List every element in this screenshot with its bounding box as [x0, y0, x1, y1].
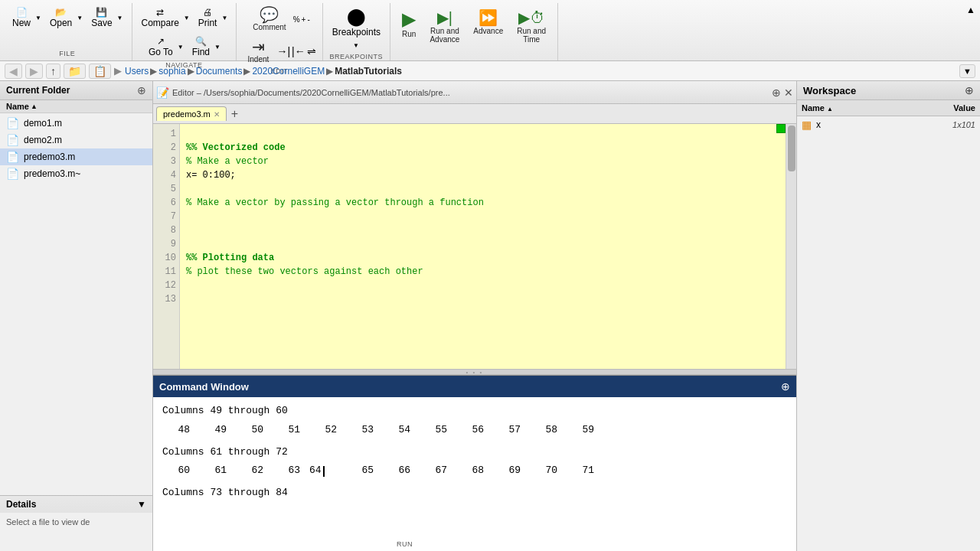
advance-button[interactable]: ⏩ Advance	[468, 5, 508, 39]
command-window-title: Command Window	[159, 381, 249, 393]
toolbar-indent-row: ⇥ Indent →| |← ⇌	[243, 37, 315, 66]
save-dropdown-arrow[interactable]: ▼	[116, 12, 126, 24]
print-dropdown-arrow[interactable]: ▼	[220, 12, 230, 24]
editor-scrollbar[interactable]	[786, 124, 796, 369]
goto-dropdown-arrow[interactable]: ▼	[176, 41, 186, 53]
indent-increase-icon[interactable]: →|	[276, 45, 290, 57]
print-button[interactable]: 🖨 Print	[195, 5, 220, 31]
breadcrumb-documents[interactable]: Documents	[196, 66, 243, 77]
cmd-label-2: Columns 61 through 72	[162, 445, 787, 461]
m-file-icon: 📄	[6, 134, 19, 146]
scrollbar-thumb[interactable]	[788, 126, 795, 171]
breakpoints-button[interactable]: ⬤ Breakpoints	[329, 5, 384, 40]
file-demo2[interactable]: 📄 demo2.m	[0, 132, 152, 148]
run-advance-button[interactable]: ▶| Run and Advance	[424, 5, 465, 47]
workspace-header: Workspace ⊕	[797, 81, 980, 100]
file-predemo3[interactable]: 📄 predemo3.m	[0, 148, 152, 165]
resize-handle[interactable]: • • •	[153, 369, 796, 375]
up-button[interactable]: ↑	[46, 64, 60, 79]
toolbar-collapse-btn[interactable]: ▲	[965, 3, 977, 60]
toolbar-file-buttons: 📄 New ▼ 📂 Open ▼ 💾 Save ▼	[9, 5, 126, 31]
code-line-9: %% Plotting data	[186, 253, 274, 263]
line-numbers: 1 2 3 4 5 6 7 8 9 10 11 12 13	[153, 124, 180, 369]
advance-icon: ⏩	[479, 8, 498, 27]
run-time-button[interactable]: ▶⏱ Run and Time	[511, 5, 551, 47]
left-panel: Current Folder ⊕ Name ▲ 📄 demo1.m 📄 demo…	[0, 81, 153, 551]
code-line-3: x= 0:100;	[186, 170, 236, 181]
editor-file-icon: 📝	[156, 86, 169, 99]
workspace-variable-x[interactable]: ▦ x 1x101	[797, 116, 980, 133]
breadcrumb-sophia[interactable]: sophia	[158, 66, 185, 77]
breadcrumb-2020cornellgem[interactable]: 2020CornelliGEM	[252, 66, 325, 77]
indent-icon: ⇥	[252, 39, 265, 54]
compare-button-group[interactable]: ⇄ Compare ▼	[139, 5, 192, 31]
editor-content[interactable]: 1 2 3 4 5 6 7 8 9 10 11 12 13 %% Vectori…	[153, 124, 796, 369]
find-button[interactable]: 🔍 Find	[189, 34, 213, 60]
back-button[interactable]: ◀	[5, 64, 22, 79]
toolbar-edit-buttons: 💬 Comment % + -	[249, 5, 309, 34]
browse-folder-button[interactable]: 📁	[64, 64, 86, 79]
code-editor[interactable]: %% Vectorized code % Make a vector x= 0:…	[180, 124, 796, 369]
print-button-group[interactable]: 🖨 Print ▼	[195, 5, 230, 31]
goto-button[interactable]: ↗ Go To	[145, 34, 176, 60]
new-dropdown-arrow[interactable]: ▼	[34, 12, 44, 24]
editor-close-button[interactable]: ✕	[784, 86, 793, 99]
details-collapse-icon: ▼	[137, 499, 146, 510]
indent-smart-icon[interactable]: ⇌	[307, 45, 316, 57]
folder-action-button[interactable]: ⊕	[137, 84, 146, 96]
file-predemo3-backup[interactable]: 📄 predemo3.m~	[0, 165, 152, 182]
toolbar-navigate-group: ⇄ Compare ▼ 🖨 Print ▼ ↗ Go To ▼	[132, 3, 237, 60]
cmd-label-1: Columns 49 through 60	[162, 403, 787, 419]
open-button[interactable]: 📂 Open	[47, 5, 75, 31]
breakpoints-dropdown-arrow[interactable]: ▼	[351, 40, 361, 51]
workspace-title: Workspace	[803, 85, 856, 96]
save-button-group[interactable]: 💾 Save ▼	[88, 5, 125, 31]
workspace-col-name[interactable]: Name ▲	[797, 102, 838, 114]
open-dropdown-arrow[interactable]: ▼	[75, 12, 85, 24]
details-section: Details ▼ Select a file to view de	[0, 495, 152, 551]
details-header[interactable]: Details ▼	[0, 496, 152, 513]
advance-section: ⏩ Advance	[468, 5, 508, 39]
indent-button[interactable]: ⇥ Indent	[243, 37, 273, 66]
forward-button[interactable]: ▶	[25, 64, 43, 79]
path-separator-icon: ▶	[114, 65, 122, 77]
editor-tab-close-predemo3[interactable]: ✕	[214, 110, 220, 119]
print-icon: 🖨	[203, 7, 212, 18]
run-time-icon: ▶⏱	[518, 8, 545, 27]
command-window-content[interactable]: Columns 49 through 60 48 49 50 51 52 53 …	[153, 397, 796, 551]
workspace-col-value[interactable]: Value	[949, 102, 980, 114]
goto-button-group[interactable]: ↗ Go To ▼	[145, 34, 186, 60]
breadcrumb-users[interactable]: Users	[125, 66, 149, 77]
compare-dropdown-arrow[interactable]: ▼	[182, 12, 192, 24]
editor-tab-add-button[interactable]: +	[228, 107, 241, 121]
breadcrumb-matlabtutorials: MatlabTutorials	[335, 66, 402, 77]
new-button[interactable]: 📄 New	[9, 5, 34, 31]
breakpoints-icon: ⬤	[347, 7, 366, 27]
new-button-group[interactable]: 📄 New ▼	[9, 5, 44, 31]
goto-icon: ↗	[157, 36, 165, 47]
find-dropdown-arrow[interactable]: ▼	[213, 41, 223, 53]
editor-tab-predemo3[interactable]: predemo3.m ✕	[156, 106, 227, 121]
save-button[interactable]: 💾 Save	[88, 5, 115, 31]
cmd-section-3: Columns 73 through 84	[162, 485, 787, 501]
save-icon: 💾	[96, 7, 107, 18]
run-button[interactable]: ▶ Run	[397, 5, 421, 42]
compare-button[interactable]: ⇄ Compare	[139, 5, 182, 31]
collapse-icon: ▲	[966, 5, 975, 15]
run-advance-section: ▶| Run and Advance	[424, 5, 465, 47]
path-dropdown-button[interactable]: ▼	[959, 64, 975, 78]
breakpoints-button-group[interactable]: ⬤ Breakpoints ▼	[329, 5, 384, 51]
open-button-group[interactable]: 📂 Open ▼	[47, 5, 85, 31]
file-demo1[interactable]: 📄 demo1.m	[0, 115, 152, 132]
comment-icon: 💬	[260, 7, 279, 22]
command-window-maximize-button[interactable]: ⊕	[781, 380, 790, 393]
find-button-group[interactable]: 🔍 Find ▼	[189, 34, 223, 60]
workspace-action-button[interactable]: ⊕	[965, 84, 974, 96]
editor-maximize-button[interactable]: ⊕	[772, 86, 781, 99]
comment-button[interactable]: 💬 Comment	[249, 5, 289, 34]
history-button[interactable]: 📋	[89, 64, 111, 79]
run-indicator	[776, 124, 786, 133]
m-file-icon: 📄	[6, 117, 19, 129]
indent-decrease-icon[interactable]: |←	[292, 45, 305, 57]
workspace-variable-list: ▦ x 1x101	[797, 116, 980, 133]
